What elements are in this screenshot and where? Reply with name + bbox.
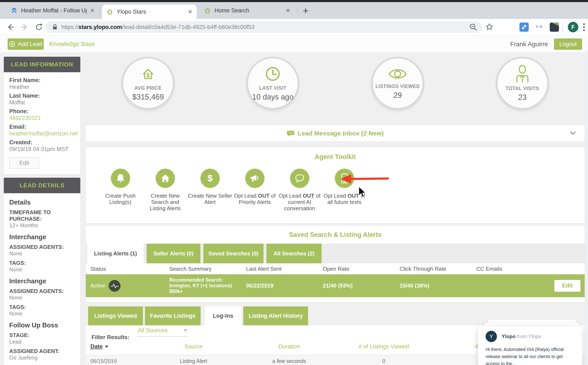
toolkit-label: Opt Lead OUT of Priority Alerts <box>232 193 277 205</box>
tab-home-search[interactable]: Home Search ✕ <box>200 2 294 19</box>
chat-avatar: Y <box>486 331 497 342</box>
timeframe-value: 12+ Months <box>9 222 75 229</box>
tags-value: None <box>9 266 75 273</box>
tab-close-icon[interactable]: ✕ <box>286 7 290 14</box>
source-filter-dropdown[interactable]: All Sources <box>138 327 187 337</box>
add-lead-label: Add Lead <box>18 41 42 48</box>
toolkit-label: Create New Search and Listing Alerts <box>143 193 188 211</box>
tags-label: TAGS: <box>9 304 75 310</box>
url-text: https://stars.ylopo.com/lead-detail/c0a4… <box>61 24 254 30</box>
toolkit-create-new-search[interactable]: Create New Search and Listing Alerts <box>143 169 188 211</box>
chevron-down-icon[interactable] <box>569 131 576 135</box>
lead-information-panel: First Name: Heather Last Name: Moffat Ph… <box>4 72 80 174</box>
person-icon <box>514 65 531 83</box>
stat-value: 10 days ago <box>252 93 293 101</box>
tags-label: TAGS: <box>9 260 75 266</box>
assigned-agents-label: ASSIGNED AGENTS: <box>9 244 75 250</box>
tab-title: Ylopo Stars <box>117 9 184 15</box>
url-bar[interactable]: https://stars.ylopo.com/lead-detail/c0a4… <box>46 21 482 33</box>
tab-listings-viewed[interactable]: Listings Viewed <box>88 306 143 325</box>
email-link[interactable]: heathermoffat@verizon.net <box>9 130 75 137</box>
message-bubble-icon <box>287 130 294 137</box>
phone-link[interactable]: 4692230321 <box>9 115 75 121</box>
inbox-label: Lead Message Inbox (2 New) <box>298 130 384 137</box>
house-dollar-icon: $ <box>139 65 157 83</box>
column-header-date[interactable]: Date <box>90 343 143 350</box>
tab-close-icon[interactable]: ✕ <box>90 7 95 14</box>
megaphone-icon <box>250 174 260 183</box>
column-header: Search Summary <box>169 266 246 272</box>
add-lead-button[interactable]: Add Lead <box>7 38 44 50</box>
reload-icon[interactable] <box>35 23 43 31</box>
tab-title: Heather Moffat - Follow Up Bo <box>21 7 87 14</box>
field-value: 09/19/18 04:31pm MST <box>9 146 75 153</box>
tab-separator <box>297 7 297 14</box>
forward-icon[interactable] <box>20 23 29 31</box>
pulse-icon <box>109 280 121 292</box>
tab-listing-alerts[interactable]: Listing Alerts (1) <box>87 244 144 263</box>
login-listings-viewed: 0 <box>334 358 433 364</box>
tab-listing-alert-history[interactable]: Listing Alert History <box>243 306 308 325</box>
home-icon <box>160 174 170 183</box>
column-header: # of Listings Viewed <box>334 343 433 350</box>
stat-value: 29 <box>393 91 402 100</box>
tab-saved-searches[interactable]: Saved Searches (0) <box>203 244 263 263</box>
chat-notification-card[interactable]: Y Ylopo from Ylopo Hi there, Automated I… <box>478 326 582 365</box>
extension-screenshot-icon[interactable] <box>550 22 559 32</box>
tab-favorite-listings[interactable]: Favorite Listings <box>145 306 201 325</box>
svg-text:$: $ <box>207 173 212 183</box>
login-duration: a few seconds <box>244 358 334 364</box>
search-summary-line: Irvington, KY (+1 locations) <box>169 283 246 288</box>
stat-label: LISTINGS VIEWED <box>375 84 420 89</box>
stat-label: LAST VISIT <box>259 85 286 91</box>
tab-ylopo-stars[interactable]: Ylopo Stars ✕ <box>102 5 197 19</box>
toolkit-create-push-listings[interactable]: Create Push Listing(s) <box>98 169 143 211</box>
toolkit-label: Opt Lead OUT of current AI conversation <box>277 193 322 211</box>
toolkit-opt-out-priority-alerts[interactable]: Opt Lead OUT of Priority Alerts <box>232 169 277 211</box>
browser-profile-avatar[interactable]: F <box>568 22 578 32</box>
listing-alert-row[interactable]: Active Recommended Search: Irvington, KY… <box>86 274 585 297</box>
timeframe-label: TIMEFRAME TO PURCHASE: <box>9 209 75 222</box>
tab-all-searches[interactable]: All Searches (2) <box>267 244 321 263</box>
toolkit-opt-out-ai-conversation[interactable]: Opt Lead OUT of current AI conversation <box>277 169 322 211</box>
scrollbar-track[interactable] <box>585 50 588 365</box>
alert-status: Active <box>90 282 105 289</box>
edit-alert-button[interactable]: Edit <box>554 280 581 292</box>
field-value: Moffat <box>9 99 75 106</box>
login-source: Listing Alert <box>143 358 244 364</box>
dropdown-caret-icon <box>184 329 187 332</box>
edit-lead-button[interactable]: Edit <box>9 157 39 169</box>
toolbar-divider <box>562 22 563 32</box>
column-header: Open Rate <box>323 266 399 272</box>
browser-toolbar: https://stars.ylopo.com/lead-detail/c0a4… <box>0 19 588 35</box>
bookmark-star-icon[interactable] <box>485 23 494 31</box>
svg-text:$: $ <box>146 72 150 78</box>
extension-butterfly-icon[interactable] <box>535 23 544 31</box>
tab-separator <box>99 7 100 14</box>
logout-button[interactable]: Logout <box>554 38 582 50</box>
lead-information-header: LEAD INFORMATION <box>4 57 80 72</box>
field-value: Heather <box>9 84 75 90</box>
toolkit-create-seller-alert[interactable]: $ Create New Seller Alert <box>188 169 232 211</box>
tab-followupboss[interactable]: Heather Moffat - Follow Up Bo ✕ <box>6 2 99 19</box>
tab-seller-alerts[interactable]: Seller Alerts (0) <box>147 244 200 263</box>
toolkit-opt-out-future-texts[interactable]: Opt Lead OUT of all future texts <box>322 169 367 211</box>
chat-message: Hi there, Automated ISA (Raiya) official… <box>486 346 574 365</box>
field-label: Created: <box>9 139 75 146</box>
browser-window: Heather Moffat - Follow Up Bo ✕ Ylopo St… <box>0 0 588 365</box>
tab-log-ins[interactable]: Log-Ins <box>205 306 241 325</box>
back-icon[interactable] <box>6 23 15 31</box>
lead-detail-main: $ AVG PRICE $315,469 LAST VISIT 10 days … <box>86 57 585 365</box>
browser-menu-icon[interactable] <box>583 23 585 31</box>
table-footer-strip <box>86 297 585 302</box>
toolkit-items: Create Push Listing(s) Create New Search… <box>98 169 585 211</box>
assigned-agents-value: None <box>9 250 75 257</box>
zoom-out-icon[interactable] <box>469 23 477 31</box>
tab-close-icon[interactable]: ✕ <box>188 9 192 15</box>
stat-last-visit: LAST VISIT 10 days ago <box>246 57 299 110</box>
knowledge-base-link[interactable]: Knowledge Base <box>49 41 95 48</box>
column-header: Last Alert Sent <box>246 266 323 272</box>
extension-expand-icon[interactable] <box>519 22 529 32</box>
new-tab-button[interactable]: + <box>303 5 309 16</box>
lead-message-inbox-bar[interactable]: Lead Message Inbox (2 New) <box>86 125 585 141</box>
